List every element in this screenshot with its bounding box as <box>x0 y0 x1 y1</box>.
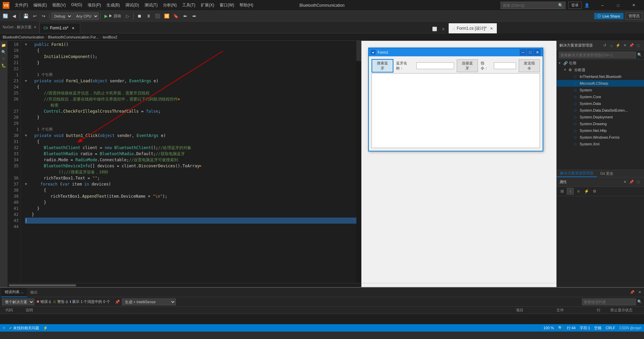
se-home-icon[interactable]: ⌂ <box>608 43 614 49</box>
menu-help[interactable]: 帮助(H) <box>237 2 256 9</box>
tree-item-microsoft-csharp[interactable]: ▶ ◻ Microsoft.CSharp <box>557 80 644 87</box>
login-button[interactable]: 登录 <box>568 2 582 9</box>
prop-events-icon[interactable]: ⚡ <box>583 188 590 195</box>
activity-debug[interactable]: 🐛 <box>1 62 7 68</box>
tb-btn2[interactable]: ⏸ <box>144 12 153 20</box>
send-cmd-button[interactable]: 发送指令 <box>519 59 540 72</box>
activity-files[interactable]: 📁 <box>1 42 7 48</box>
se-pin-icon[interactable]: 📌 <box>629 43 635 49</box>
build-mode-select[interactable]: 生成 + IntelliSense <box>122 299 176 305</box>
prop-categorized-icon[interactable]: ⊞ <box>559 188 566 195</box>
menu-extensions[interactable]: 扩展(X) <box>198 2 217 9</box>
tree-item-system-winforms[interactable]: ▶ ◻ System.Windows.Forms <box>557 134 644 141</box>
se-filter-icon[interactable]: ⚡ <box>615 43 621 49</box>
menu-view[interactable]: 视图(V) <box>50 2 68 9</box>
search-bt-button[interactable]: 搜索蓝牙 <box>372 59 393 73</box>
menu-git[interactable]: Git(G) <box>68 2 85 9</box>
tree-item-inthehand[interactable]: ▶ ◻ InTheHand.Net.Bluetooth <box>557 73 644 80</box>
tab-split-icon[interactable]: ⬜ <box>430 25 439 33</box>
se-maximize-icon[interactable]: □ <box>635 43 641 49</box>
tree-item-analyzer[interactable]: ▼ ⚙ 分析器 <box>557 66 644 73</box>
toolbar-redo[interactable]: ↪ <box>39 12 47 20</box>
form-maximize[interactable]: □ <box>527 49 534 56</box>
title-search-input[interactable] <box>503 3 557 7</box>
prop-properties-icon[interactable]: ≡ <box>575 188 582 195</box>
toolbar-back[interactable]: ◀ <box>10 12 18 20</box>
rich-text-area[interactable] <box>372 73 540 148</box>
tab-form1-design[interactable]: □ Form1.cs [设计]* ✕ <box>449 23 497 33</box>
prop-max-icon[interactable]: □ <box>635 179 641 185</box>
form-minimize[interactable]: ─ <box>520 49 526 56</box>
cmd-input[interactable] <box>494 62 516 69</box>
menu-file[interactable]: 文件(F) <box>12 2 31 9</box>
tb-btn4[interactable]: 🔀 <box>163 12 171 20</box>
tb-btn5[interactable]: 🔖 <box>172 12 180 20</box>
tree-item-system-deployment[interactable]: ▶ ◻ System.Deployment <box>557 114 644 120</box>
error-tab-errors[interactable]: 错误列表 ... <box>1 288 27 297</box>
nuget-close[interactable]: ✕ <box>34 25 36 29</box>
tab-close[interactable]: ✕ <box>70 25 76 31</box>
activity-git[interactable]: ⑂ <box>1 56 7 62</box>
se-sync-icon[interactable]: ↺ <box>602 43 608 49</box>
se-tab-explorer[interactable]: 解决方案资源管理器 <box>557 170 597 177</box>
code-content[interactable]: ▼ public Form1() { InitializeComponent()… <box>21 41 356 283</box>
tab-overflow-icon[interactable]: ≡ <box>439 25 447 33</box>
menu-build[interactable]: 生成(B) <box>104 2 123 9</box>
close-button[interactable]: ✕ <box>626 0 641 11</box>
menu-debug[interactable]: 调试(D) <box>123 2 142 9</box>
tb-btn6[interactable]: ⬅ <box>181 12 189 20</box>
prop-settings-icon[interactable]: ⚙ <box>591 188 598 195</box>
tree-item-system-net[interactable]: ▶ ◻ System.Net.Http <box>557 127 644 134</box>
menu-window[interactable]: 窗口(W) <box>217 2 237 9</box>
live-share-button[interactable]: ⬡ Live Share <box>594 13 623 19</box>
tree-item-system-data-dataset[interactable]: ▶ ◻ System.Data.DataSetExten... <box>557 107 644 114</box>
error-pin[interactable]: 📌 <box>629 289 635 295</box>
maximize-button[interactable]: □ <box>610 0 626 11</box>
error-search-input[interactable] <box>582 299 636 305</box>
prop-alphabetical-icon[interactable]: ↕ <box>567 188 574 195</box>
menu-analyze[interactable]: 分析(N) <box>160 2 180 9</box>
manage-button[interactable]: 管理员 <box>625 12 643 20</box>
tree-item-system-xml[interactable]: ▶ ◻ System.Xml <box>557 141 644 147</box>
tb-btn7[interactable]: ➡ <box>190 12 198 20</box>
design-horz-scroll[interactable] <box>361 283 556 287</box>
platform-select[interactable]: Any CPU <box>73 12 99 20</box>
toolbar-run2[interactable]: ▷ <box>124 12 132 20</box>
error-tab-output[interactable]: 输出 <box>27 288 41 297</box>
breadcrumb-part1[interactable]: BluetoothCommunication <box>3 35 44 39</box>
breadcrumb-part3[interactable]: textBox2 <box>103 35 117 39</box>
se-search-input[interactable] <box>559 52 636 58</box>
scope-select[interactable]: 整个解决方案 <box>2 299 34 305</box>
debug-mode-select[interactable]: Debug <box>51 12 72 20</box>
menu-project[interactable]: 项目(P) <box>85 2 104 9</box>
bt-name-input[interactable] <box>416 62 454 69</box>
toolbar-save-all[interactable]: 💾 <box>22 12 30 20</box>
design-tab-close[interactable]: ✕ <box>490 27 493 30</box>
connect-bt-button[interactable]: 连接蓝牙 <box>457 59 478 72</box>
run-button[interactable]: ▶ ▶ 启动 <box>102 13 123 19</box>
pin-icon-btn[interactable]: 📌 <box>115 300 120 304</box>
tree-item-system-core[interactable]: ▶ ◻ System.Core <box>557 93 644 100</box>
toolbar-new[interactable]: 🔄 <box>1 12 9 20</box>
editor-scrollbar[interactable] <box>356 41 361 283</box>
breadcrumb-part2[interactable]: BluetoothCommunication.For... <box>48 35 99 39</box>
prop-close-icon[interactable]: ✕ <box>622 179 628 185</box>
prop-pin-icon[interactable]: 📌 <box>629 179 635 185</box>
tree-root-references[interactable]: ▼ 🔗 引用 <box>557 60 644 66</box>
menu-edit[interactable]: 编辑(E) <box>31 2 50 9</box>
tab-form1cs[interactable]: C# Form1.cs* ✕ <box>39 23 80 33</box>
tree-item-system[interactable]: ▶ ◻ System <box>557 87 644 93</box>
menu-test[interactable]: 测试(T) <box>142 2 160 9</box>
menu-tools[interactable]: 工具(T) <box>180 2 198 9</box>
tb-btn1[interactable]: ⏹ <box>135 12 143 20</box>
tree-item-system-drawing[interactable]: ▶ ◻ System.Drawing <box>557 120 644 127</box>
editor-horz-scroll[interactable] <box>7 283 361 287</box>
nuget-tab[interactable]: NuGet - 解决方案 ✕ <box>0 21 39 33</box>
tree-item-system-data[interactable]: ▶ ◻ System.Data <box>557 100 644 107</box>
minimize-button[interactable]: ─ <box>595 0 610 11</box>
se-tab-git[interactable]: Git 更改 <box>597 170 617 177</box>
toolbar-undo[interactable]: ↩ <box>31 12 39 20</box>
error-close[interactable]: ✕ <box>637 289 643 295</box>
form-close[interactable]: ✕ <box>534 49 541 56</box>
se-close-icon[interactable]: ✕ <box>622 43 628 49</box>
